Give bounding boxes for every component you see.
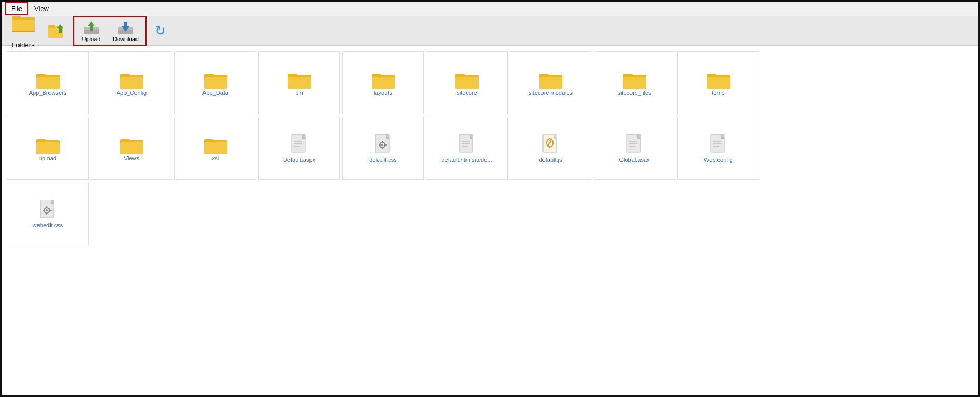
upload-icon xyxy=(83,20,100,36)
svg-rect-47 xyxy=(204,142,227,154)
file-label: App_Config xyxy=(117,90,147,96)
file-label: layouts xyxy=(374,90,392,96)
svg-rect-45 xyxy=(120,139,130,142)
list-item[interactable]: bin xyxy=(258,51,340,114)
svg-rect-15 xyxy=(36,74,46,77)
file-label: upload xyxy=(39,155,56,161)
list-item[interactable]: default.js xyxy=(510,117,591,180)
list-item[interactable]: Global.asax xyxy=(594,117,675,180)
svg-rect-61 xyxy=(382,147,383,149)
svg-rect-26 xyxy=(372,77,395,89)
file-label: Views xyxy=(124,155,139,161)
file-row-0: App_Browsers App_Config App_Data bin lay… xyxy=(6,50,974,115)
download-button[interactable]: Download xyxy=(107,18,144,44)
download-label: Download xyxy=(113,36,139,42)
file-label: Web.config xyxy=(704,157,733,163)
file-label: sitecore_files xyxy=(617,90,651,96)
svg-rect-93 xyxy=(43,210,45,211)
list-item[interactable]: sitecore modules xyxy=(510,51,591,114)
file-row-1: upload Views xsl Default.aspx default.cs… xyxy=(6,115,974,181)
svg-rect-3 xyxy=(12,16,21,20)
svg-rect-21 xyxy=(204,74,214,77)
toolbar: Folders Upload xyxy=(2,16,978,46)
upload-download-group: Upload Download xyxy=(73,16,147,46)
svg-rect-27 xyxy=(372,74,381,77)
file-label: sitecore modules xyxy=(529,90,573,96)
list-item[interactable]: default.css xyxy=(342,117,424,180)
file-label: App_Browsers xyxy=(29,90,67,96)
svg-rect-41 xyxy=(36,142,60,154)
folders-label: Folders xyxy=(12,41,34,49)
svg-rect-39 xyxy=(707,74,716,77)
list-item[interactable]: App_Browsers xyxy=(7,51,89,114)
svg-point-90 xyxy=(46,209,48,211)
content-area: App_Browsers App_Config App_Data bin lay… xyxy=(2,46,978,250)
file-label: default.htm.sitedo... xyxy=(442,157,492,163)
svg-rect-23 xyxy=(288,77,311,89)
svg-rect-29 xyxy=(455,77,479,89)
file-label: Global.asax xyxy=(619,157,649,163)
refresh-button[interactable]: ↻ xyxy=(149,18,172,44)
list-item[interactable]: upload xyxy=(7,117,89,180)
svg-rect-32 xyxy=(539,77,562,89)
svg-rect-2 xyxy=(12,20,35,31)
add-folder-icon xyxy=(48,23,65,39)
list-item[interactable]: Web.config xyxy=(677,117,759,180)
file-label: default.js xyxy=(539,157,562,163)
download-icon xyxy=(117,20,134,36)
svg-rect-36 xyxy=(623,74,633,77)
file-label: App_Data xyxy=(202,90,228,96)
file-label: default.css xyxy=(369,157,397,163)
file-label: bin xyxy=(295,90,303,96)
list-item[interactable]: sitecore_files xyxy=(594,51,675,114)
svg-rect-14 xyxy=(36,77,60,89)
svg-rect-62 xyxy=(379,144,381,146)
upload-label: Upload xyxy=(82,36,101,42)
file-label: temp xyxy=(712,90,724,96)
svg-rect-63 xyxy=(385,144,387,146)
svg-rect-35 xyxy=(623,77,646,89)
file-label: Default.aspx xyxy=(283,157,315,163)
svg-point-59 xyxy=(381,144,383,146)
list-item[interactable]: temp xyxy=(677,51,759,114)
upload-button[interactable]: Upload xyxy=(75,18,107,44)
file-label: xsl xyxy=(212,155,219,161)
svg-rect-33 xyxy=(539,74,549,77)
svg-rect-18 xyxy=(120,74,130,77)
svg-rect-38 xyxy=(707,77,730,89)
list-item[interactable]: App_Config xyxy=(91,51,172,114)
folder-icon xyxy=(12,13,35,38)
svg-rect-17 xyxy=(120,77,143,89)
list-item[interactable]: layouts xyxy=(342,51,424,114)
svg-rect-94 xyxy=(50,210,52,211)
list-item[interactable]: App_Data xyxy=(174,51,256,114)
menu-bar: File View xyxy=(2,2,978,16)
list-item[interactable]: default.htm.sitedo... xyxy=(426,117,508,180)
list-item[interactable]: Views xyxy=(91,117,172,180)
svg-rect-5 xyxy=(48,25,55,28)
add-folder-button[interactable] xyxy=(43,18,71,44)
svg-rect-20 xyxy=(204,77,227,89)
svg-rect-42 xyxy=(36,139,46,142)
list-item[interactable]: xsl xyxy=(174,117,256,180)
file-row-2: webedit.css xyxy=(6,181,974,246)
list-item[interactable]: sitecore xyxy=(426,51,508,114)
file-label: sitecore xyxy=(457,90,477,96)
file-label: webedit.css xyxy=(33,222,63,228)
folders-button[interactable]: Folders xyxy=(6,18,41,44)
svg-rect-92 xyxy=(46,212,47,215)
svg-rect-60 xyxy=(382,141,383,143)
list-item[interactable]: webedit.css xyxy=(7,182,89,245)
svg-rect-24 xyxy=(288,74,297,77)
svg-rect-30 xyxy=(455,74,465,77)
refresh-icon: ↻ xyxy=(154,23,166,39)
svg-rect-44 xyxy=(120,142,143,154)
svg-rect-48 xyxy=(204,139,214,142)
list-item[interactable]: Default.aspx xyxy=(258,117,340,180)
svg-rect-91 xyxy=(46,206,47,208)
